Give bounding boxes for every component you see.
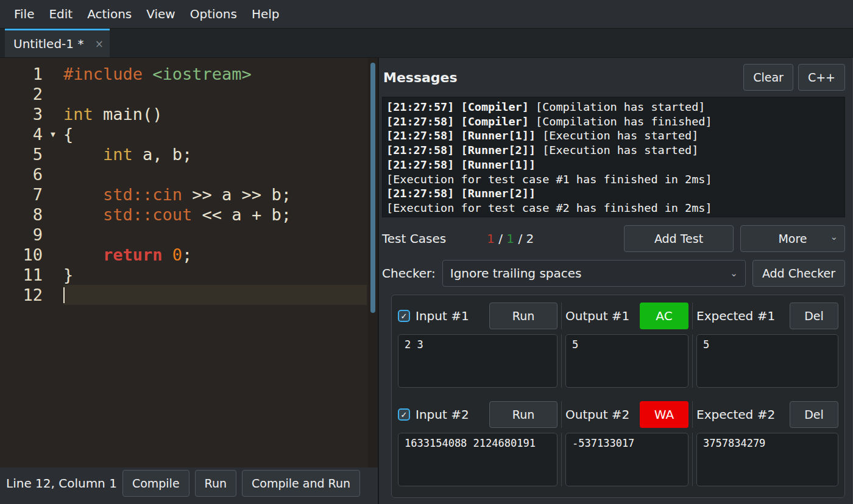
code-text: return 0;	[63, 245, 367, 265]
code-text	[63, 84, 367, 104]
code-line[interactable]: 6	[0, 164, 378, 184]
more-dropdown[interactable]: More ⌄	[740, 225, 845, 252]
line-number: 2	[0, 84, 43, 104]
expected-1-textarea[interactable]: 5	[696, 334, 838, 388]
code-text: #include <iostream>	[63, 64, 367, 84]
tab-close-icon[interactable]: ×	[95, 38, 104, 50]
check-icon: ✓	[401, 410, 408, 419]
compile-button[interactable]: Compile	[122, 470, 189, 497]
code-line[interactable]: 12	[0, 285, 378, 305]
line-number: 10	[0, 245, 43, 265]
fold-gutter	[43, 205, 63, 225]
checker-value: Ignore trailing spaces	[450, 266, 582, 281]
code-line[interactable]: 10 return 0;	[0, 245, 378, 265]
verdict-badge-1[interactable]: AC	[640, 303, 688, 329]
input-2-label: Input #2	[416, 407, 469, 422]
fold-arrow-icon[interactable]: ▼	[43, 124, 63, 144]
expected-2-label: Expected #2	[696, 407, 775, 422]
delete-testcase-2-button[interactable]: Del	[790, 401, 838, 428]
test-cases-row: Test Cases 1 / 1 / 2 Add Test More ⌄	[382, 225, 845, 252]
log-line: [21:27:58] [Runner[2]] [Execution has st…	[386, 143, 841, 158]
test-case-2: ✓ Input #2 Run Output #2 WA Expected #2	[398, 401, 838, 486]
log-line: [21:27:58] [Runner[1]] [Execution has st…	[386, 128, 841, 143]
testcase-1-checkbox[interactable]: ✓	[398, 310, 410, 322]
checker-select[interactable]: Ignore trailing spaces ⌄	[442, 260, 746, 287]
test-case-1: ✓ Input #1 Run Output #1 AC Expected #1	[398, 303, 838, 388]
code-line[interactable]: 7 std::cin >> a >> b;	[0, 184, 378, 205]
output-2-textarea[interactable]: -537133017	[565, 433, 688, 486]
code-line[interactable]: 2	[0, 84, 378, 104]
expected-2-textarea[interactable]: 3757834279	[696, 433, 838, 486]
log-line: [Execution for test case #1 has finished…	[386, 172, 841, 187]
delete-testcase-1-button[interactable]: Del	[790, 303, 838, 329]
passed-count: 1	[506, 231, 514, 246]
line-number: 11	[0, 265, 43, 285]
fold-gutter	[43, 225, 63, 245]
menu-bar: File Edit Actions View Options Help	[0, 0, 853, 29]
log-line: [21:27:58] [Compiler] [Compilation has f…	[386, 114, 841, 129]
line-number: 4	[0, 124, 43, 144]
code-text: std::cout << a + b;	[63, 205, 367, 225]
line-number: 8	[0, 205, 43, 225]
add-checker-button[interactable]: Add Checker	[752, 260, 845, 287]
add-test-button[interactable]: Add Test	[624, 225, 734, 252]
fold-gutter	[43, 64, 63, 84]
line-number: 3	[0, 104, 43, 124]
code-text	[63, 164, 367, 184]
language-button[interactable]: C++	[798, 64, 845, 91]
code-line[interactable]: 8 std::cout << a + b;	[0, 205, 378, 225]
line-number: 1	[0, 64, 43, 84]
menu-item-actions[interactable]: Actions	[80, 7, 138, 21]
output-1-label: Output #1	[565, 309, 629, 323]
testcase-2-checkbox[interactable]: ✓	[398, 408, 410, 421]
code-text: std::cin >> a >> b;	[63, 184, 367, 205]
test-panel: Messages Clear C++ [21:27:57] [Compiler]…	[379, 58, 853, 504]
menu-item-edit[interactable]: Edit	[42, 7, 79, 21]
code-line[interactable]: 5 int a, b;	[0, 144, 378, 164]
code-line[interactable]: 9	[0, 225, 378, 245]
code-text: }	[63, 265, 367, 285]
input-2-textarea[interactable]: 1633154088 2124680191	[398, 433, 557, 486]
log-line: [21:27:57] [Compiler] [Compilation has s…	[386, 100, 841, 114]
code-text: int main()	[63, 104, 367, 124]
code-line[interactable]: 4▼{	[0, 124, 378, 144]
code-line[interactable]: 11}	[0, 265, 378, 285]
log-line: [21:27:58] [Runner[2]]	[386, 186, 841, 201]
verdict-badge-2[interactable]: WA	[640, 401, 688, 428]
compile-and-run-button[interactable]: Compile and Run	[242, 470, 360, 497]
scrollbar-thumb[interactable]	[370, 63, 375, 313]
line-number: 6	[0, 164, 43, 184]
editor-scrollbar[interactable]	[368, 58, 378, 467]
code-lines: 1#include <iostream>23int main()4▼{5 int…	[0, 64, 378, 305]
more-label: More	[778, 232, 807, 245]
run-testcase-2-button[interactable]: Run	[489, 401, 557, 428]
message-log: [21:27:57] [Compiler] [Compilation has s…	[382, 97, 845, 217]
output-2-label: Output #2	[565, 407, 629, 422]
tab-bar: Untitled-1 * ×	[0, 29, 853, 58]
verdict-summary: 1 / 1 / 2	[487, 231, 534, 246]
test-cases-label: Test Cases	[382, 231, 446, 246]
run-testcase-1-button[interactable]: Run	[489, 303, 557, 329]
code-line[interactable]: 3int main()	[0, 104, 378, 124]
log-line: [21:27:58] [Runner[1]]	[386, 158, 841, 172]
failed-count: 1	[487, 231, 495, 246]
tab-title: Untitled-1 *	[13, 37, 90, 51]
code-text	[63, 225, 367, 245]
code-text: int a, b;	[63, 144, 367, 164]
menu-item-help[interactable]: Help	[245, 7, 286, 21]
code-editor[interactable]: 1#include <iostream>23int main()4▼{5 int…	[0, 58, 378, 467]
code-line[interactable]: 1#include <iostream>	[0, 64, 378, 84]
tab-untitled-1[interactable]: Untitled-1 * ×	[5, 29, 110, 57]
check-icon: ✓	[401, 312, 408, 321]
fold-gutter	[43, 184, 63, 205]
menu-item-options[interactable]: Options	[183, 7, 244, 21]
run-button[interactable]: Run	[195, 470, 236, 497]
checker-label: Checker:	[382, 266, 436, 281]
menu-item-view[interactable]: View	[140, 7, 182, 21]
input-1-textarea[interactable]: 2 3	[398, 334, 557, 388]
input-1-label: Input #1	[416, 309, 469, 323]
line-number: 12	[0, 285, 43, 305]
menu-item-file[interactable]: File	[7, 7, 41, 21]
output-1-textarea[interactable]: 5	[565, 334, 688, 388]
clear-button[interactable]: Clear	[743, 64, 793, 91]
